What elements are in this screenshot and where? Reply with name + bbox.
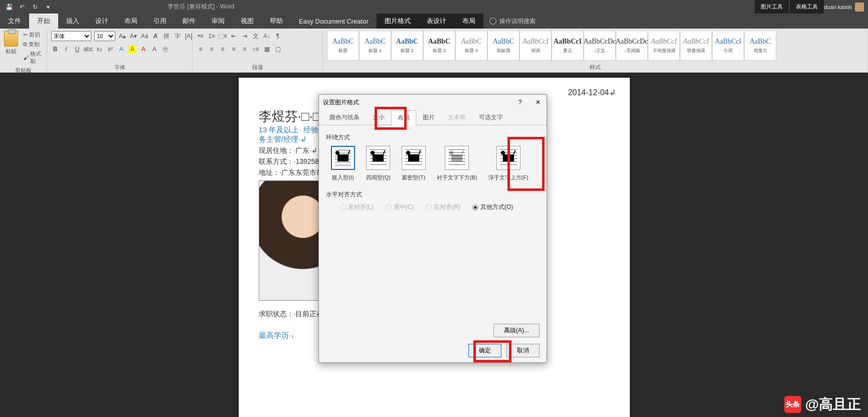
style-card[interactable]: AaBbC副标题 (487, 31, 519, 61)
dlg-tab-size[interactable]: 大小 (366, 110, 391, 125)
save-icon[interactable]: 💾 (5, 3, 13, 11)
char-border-icon[interactable]: [A] (185, 32, 193, 40)
qat-more-icon[interactable]: ▾ (44, 3, 52, 11)
ok-button[interactable]: 确定 (468, 344, 501, 357)
align-center-icon[interactable]: ≡ (208, 45, 216, 53)
increase-indent-icon[interactable]: ⇥ (241, 32, 249, 40)
tab-view[interactable]: 视图 (233, 14, 262, 29)
dialog-close-button[interactable]: ✕ (534, 99, 543, 106)
paste-button[interactable]: 粘贴 (4, 31, 18, 55)
style-card[interactable]: AaBbC标题 3 (423, 31, 455, 61)
dialog-help-button[interactable]: ? (515, 99, 525, 106)
dlg-tab-layout[interactable]: 布局 (391, 110, 416, 125)
grow-font-icon[interactable]: A▴ (118, 32, 126, 40)
style-card[interactable]: AaBbCcI强调 (519, 31, 552, 61)
align-other-radio[interactable]: 其他方式(O) (472, 203, 513, 212)
phonetic-icon[interactable]: 拼 (162, 32, 170, 40)
style-card[interactable]: AaBbC标题 4 (455, 31, 487, 61)
dog-icon (408, 154, 419, 161)
tab-file[interactable]: 文件 (0, 14, 29, 29)
superscript-button[interactable]: x² (106, 45, 114, 53)
wrap-inline[interactable]: 嵌入型(I) (331, 146, 355, 181)
style-card[interactable]: AaBbCcI引用 (712, 31, 744, 61)
wrap-front[interactable]: 浮于文字上方(F) (488, 146, 529, 181)
align-center-radio[interactable]: 居中(C) (386, 203, 414, 212)
highlight-icon[interactable]: A (128, 45, 136, 53)
dlg-tab-alt[interactable]: 可选文字 (472, 110, 509, 125)
show-marks-icon[interactable]: ¶ (274, 32, 282, 40)
align-right-icon[interactable]: ≡ (219, 45, 227, 53)
style-card[interactable]: AaBbCcI明显强调 (680, 31, 712, 61)
numbering-icon[interactable]: 1≡ (208, 32, 216, 40)
wrap-square[interactable]: 四周型(Q) (366, 146, 391, 181)
strike-button[interactable]: abc (84, 45, 92, 53)
bullets-icon[interactable]: •≡ (197, 32, 205, 40)
tab-table-design[interactable]: 表设计 (419, 14, 454, 29)
align-left-radio[interactable]: 左对齐(L) (340, 203, 374, 212)
tab-mailings[interactable]: 邮件 (175, 14, 204, 29)
borders-icon[interactable]: ▢ (274, 45, 282, 53)
style-card[interactable]: AaBbC标题 1 (359, 31, 391, 61)
enclose-char-icon[interactable]: 字 (173, 32, 182, 40)
bold-button[interactable]: B (51, 45, 59, 53)
dlg-tab-color[interactable]: 颜色与线条 (323, 110, 366, 125)
tab-table-layout[interactable]: 布局 (454, 14, 483, 29)
asian-layout-icon[interactable]: 文 (252, 32, 260, 40)
distributed-icon[interactable]: ≡ (241, 45, 249, 53)
style-card[interactable]: AaBbCcDc↓无间隔 (616, 31, 648, 61)
tell-me[interactable]: 操作说明搜索 (483, 14, 536, 29)
font-color-icon[interactable]: A (139, 45, 147, 53)
align-left-icon[interactable]: ≡ (197, 45, 205, 53)
tab-home[interactable]: 开始 (29, 14, 58, 29)
wrap-behind[interactable]: 衬于文字下方(B) (437, 146, 477, 181)
paste-label: 粘贴 (6, 48, 17, 55)
char-shading-icon[interactable]: A (150, 45, 158, 53)
decrease-indent-icon[interactable]: ⇤ (230, 32, 238, 40)
dlg-tab-picture[interactable]: 图片 (416, 110, 441, 125)
group-font-label: 字体 (51, 63, 188, 71)
styles-gallery[interactable]: AaBbC标题AaBbC标题 1AaBbC标题 2AaBbC标题 3AaBbC标… (327, 31, 776, 61)
font-name-select[interactable]: 宋体 (51, 31, 91, 41)
advanced-button[interactable]: 高级(A)... (493, 324, 540, 337)
tab-references[interactable]: 引用 (145, 14, 175, 29)
clear-format-icon[interactable]: A̸ (151, 32, 159, 40)
tab-layout[interactable]: 布局 (116, 14, 145, 29)
style-card[interactable]: AaBbC标题 (327, 31, 359, 61)
tab-review[interactable]: 审阅 (204, 14, 233, 29)
style-card[interactable]: AaBbC明显引 (744, 31, 776, 61)
user-area[interactable]: duan kaixin (824, 3, 868, 12)
cancel-button[interactable]: 取消 (506, 344, 540, 357)
tab-edc[interactable]: Easy Document Creator (291, 14, 377, 29)
align-right-radio[interactable]: 右对齐(R) (426, 203, 460, 212)
dlg-tab-textbox[interactable]: 文本框 (441, 110, 472, 125)
format-painter-button[interactable]: 🖌格式刷 (22, 50, 43, 66)
font-size-select[interactable]: 10 (94, 31, 115, 41)
change-case-icon[interactable]: Aa (140, 32, 148, 40)
tab-insert[interactable]: 插入 (58, 14, 87, 29)
shading-icon[interactable]: ▦ (263, 45, 271, 53)
text-effects-icon[interactable]: A (117, 45, 125, 53)
underline-button[interactable]: U (73, 45, 81, 53)
undo-icon[interactable]: ↶ (18, 3, 26, 11)
line-spacing-icon[interactable]: ↕≡ (252, 45, 260, 53)
table-tools-tab: 表格工具 (790, 0, 824, 14)
style-card[interactable]: AaBbCcI不明显强调 (648, 31, 680, 61)
justify-icon[interactable]: ≡ (230, 45, 238, 53)
edu-heading: 最高学历·↓ (259, 331, 295, 340)
copy-button[interactable]: ⧉复制 (22, 40, 43, 49)
tab-help[interactable]: 帮助 (262, 14, 291, 29)
wrap-tight[interactable]: 紧密型(T) (402, 146, 426, 181)
enclose-icon[interactable]: ㊥ (161, 45, 169, 53)
style-card[interactable]: AaBbC标题 2 (391, 31, 423, 61)
tab-picture-format[interactable]: 图片格式 (377, 14, 419, 29)
style-card[interactable]: AaBbCcI要点 (552, 31, 584, 61)
subscript-button[interactable]: x₂ (95, 45, 103, 53)
italic-button[interactable]: I (62, 45, 70, 53)
shrink-font-icon[interactable]: A▾ (129, 32, 137, 40)
redo-icon[interactable]: ↻ (31, 3, 39, 11)
sort-icon[interactable]: A↓ (263, 32, 271, 40)
multilevel-icon[interactable]: ⬚≡ (219, 32, 227, 40)
cut-button[interactable]: ✂剪切 (22, 31, 43, 39)
tab-design[interactable]: 设计 (87, 14, 116, 29)
style-card[interactable]: AaBbCcDc↓正文 (584, 31, 616, 61)
